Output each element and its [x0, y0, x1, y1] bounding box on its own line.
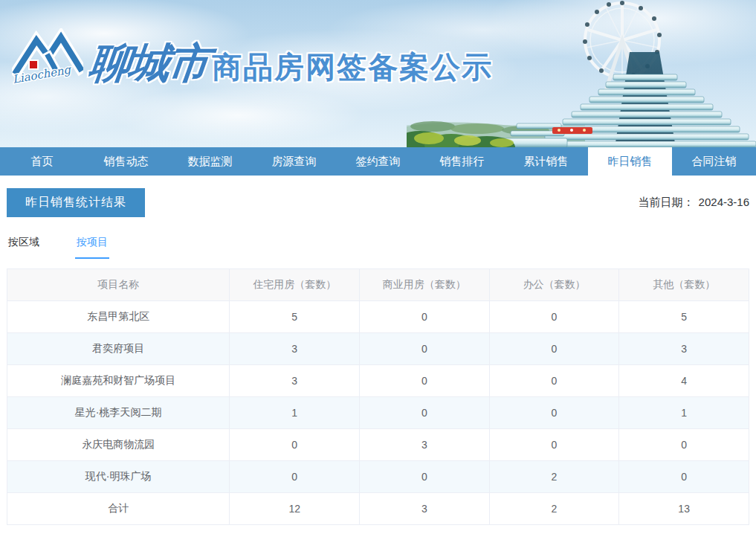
- table-row: 东昌甲第北区5005: [7, 301, 749, 333]
- column-header: 办公（套数）: [489, 269, 619, 301]
- table-row: 合计123213: [7, 493, 749, 525]
- table-cell: 0: [619, 429, 749, 461]
- nav-item-yesterday-sales[interactable]: 昨日销售: [588, 147, 672, 176]
- column-header: 住宅用房（套数）: [230, 269, 360, 301]
- nav-item-signing-query[interactable]: 签约查询: [336, 147, 420, 176]
- main-nav: 首页销售动态数据监测房源查询签约查询销售排行累计销售昨日销售合同注销: [0, 147, 756, 176]
- city-name-calligraphy: 聊城市: [87, 42, 210, 83]
- table-cell: 0: [489, 301, 619, 333]
- tab-by-project[interactable]: 按项目: [75, 236, 109, 259]
- table-cell: 澜庭嘉苑和财智广场项目: [7, 365, 230, 397]
- section-title-badge: 昨日销售统计结果: [7, 188, 145, 217]
- table-row: 星光·桃李天阅二期1001: [7, 397, 749, 429]
- table-cell: 12: [230, 493, 360, 525]
- table-cell: 0: [230, 461, 360, 493]
- current-date: 当前日期：2024-3-16: [639, 196, 749, 210]
- current-date-value: 2024-3-16: [699, 196, 749, 208]
- table-cell: 0: [360, 301, 490, 333]
- table-cell: 0: [619, 461, 749, 493]
- table-cell: 0: [360, 461, 490, 493]
- nav-item-listing-query[interactable]: 房源查询: [252, 147, 336, 176]
- nav-item-data-monitoring[interactable]: 数据监测: [168, 147, 252, 176]
- table-cell: 3: [230, 333, 360, 365]
- table-cell: 5: [230, 301, 360, 333]
- table-cell: 3: [360, 429, 490, 461]
- nav-item-sales-dynamics[interactable]: 销售动态: [84, 147, 168, 176]
- table-cell: 0: [489, 429, 619, 461]
- table-cell: 13: [619, 493, 749, 525]
- table-cell: 0: [489, 333, 619, 365]
- nav-item-sales-ranking[interactable]: 销售排行: [420, 147, 504, 176]
- liaocheng-logo-icon: Liaocheng: [12, 28, 83, 89]
- table-row: 现代·明珠广场0020: [7, 461, 749, 493]
- table-cell: 君奕府项目: [7, 333, 230, 365]
- column-header: 其他（套数）: [619, 269, 749, 301]
- table-cell: 0: [360, 397, 490, 429]
- table-cell: 2: [489, 461, 619, 493]
- site-title: 商品房网签备案公示: [212, 52, 493, 82]
- table-cell: 0: [230, 429, 360, 461]
- current-date-label: 当前日期：: [639, 196, 694, 208]
- table-cell: 现代·明珠广场: [7, 461, 230, 493]
- table-cell: 3: [230, 365, 360, 397]
- table-cell: 5: [619, 301, 749, 333]
- table-body: 东昌甲第北区5005君奕府项目3003澜庭嘉苑和财智广场项目3004星光·桃李天…: [7, 301, 749, 525]
- table-cell: 1: [230, 397, 360, 429]
- brand-block: Liaocheng 聊城市 商品房网签备案公示: [12, 28, 493, 89]
- site-banner: Liaocheng 聊城市 商品房网签备案公示: [0, 0, 756, 147]
- table-cell: 4: [619, 365, 749, 397]
- table-cell: 永庆电商物流园: [7, 429, 230, 461]
- table-header-row: 项目名称住宅用房（套数）商业用房（套数）办公（套数）其他（套数）: [7, 269, 749, 301]
- sales-table: 项目名称住宅用房（套数）商业用房（套数）办公（套数）其他（套数） 东昌甲第北区5…: [7, 268, 749, 525]
- tab-by-region[interactable]: 按区域: [7, 236, 41, 259]
- table-cell: 星光·桃李天阅二期: [7, 397, 230, 429]
- column-header: 商业用房（套数）: [360, 269, 490, 301]
- view-tabs: 按区域按项目: [7, 236, 749, 259]
- nav-item-home[interactable]: 首页: [0, 147, 84, 176]
- table-cell: 0: [360, 365, 490, 397]
- table-cell: 0: [360, 333, 490, 365]
- page-content: 昨日销售统计结果 当前日期：2024-3-16 按区域按项目 项目名称住宅用房（…: [0, 188, 756, 525]
- table-cell: 3: [360, 493, 490, 525]
- table-cell: 2: [489, 493, 619, 525]
- table-cell: 0: [489, 397, 619, 429]
- column-header: 项目名称: [7, 269, 230, 301]
- table-cell: 1: [619, 397, 749, 429]
- table-cell: 0: [489, 365, 619, 397]
- table-cell: 3: [619, 333, 749, 365]
- table-cell: 东昌甲第北区: [7, 301, 230, 333]
- table-row: 永庆电商物流园0300: [7, 429, 749, 461]
- table-row: 君奕府项目3003: [7, 333, 749, 365]
- nav-item-cumulative-sales[interactable]: 累计销售: [504, 147, 588, 176]
- table-cell: 合计: [7, 493, 230, 525]
- table-row: 澜庭嘉苑和财智广场项目3004: [7, 365, 749, 397]
- nav-item-contract-cancellation[interactable]: 合同注销: [672, 147, 756, 176]
